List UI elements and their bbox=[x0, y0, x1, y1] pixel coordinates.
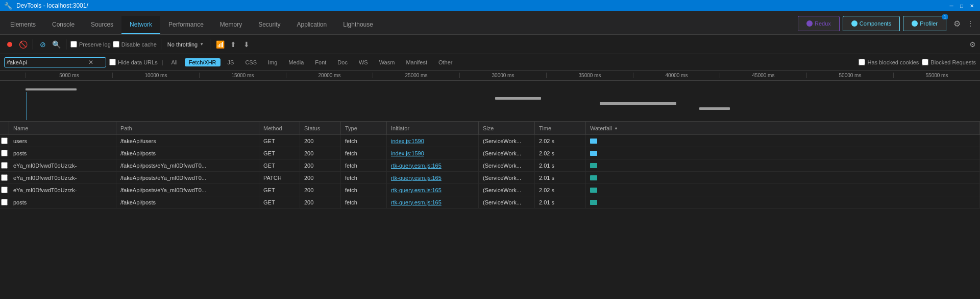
blocked-requests-checkbox[interactable]: Blocked Requests bbox=[922, 59, 976, 65]
filter-button[interactable]: ⊘ bbox=[37, 39, 48, 50]
cell-path-3: /fakeApi/posts/eYa_mI0DfvwdT0... bbox=[116, 159, 259, 171]
cell-path-4: /fakeApi/posts/eYa_mI0DfvwdT0... bbox=[116, 172, 259, 183]
row-checkbox-4[interactable] bbox=[0, 172, 9, 183]
header-status[interactable]: Status bbox=[300, 122, 341, 134]
tab-components[interactable]: Components bbox=[843, 16, 900, 31]
filter-tag-all[interactable]: All bbox=[167, 58, 182, 66]
filter-tag-media[interactable]: Media bbox=[284, 58, 308, 66]
row-checkbox-3[interactable] bbox=[0, 159, 9, 171]
minimize-button[interactable]: ─ bbox=[947, 2, 955, 10]
hide-data-urls-input[interactable] bbox=[109, 59, 116, 65]
filter-tag-ws[interactable]: WS bbox=[355, 58, 372, 66]
network-table-wrapper[interactable]: Name Path Method Status Type Initiator S… bbox=[0, 122, 980, 299]
table-row[interactable]: eYa_mI0DfvwdT0oUzrzk- /fakeApi/posts/eYa… bbox=[0, 184, 980, 196]
header-method[interactable]: Method bbox=[259, 122, 300, 134]
header-type[interactable]: Type bbox=[341, 122, 387, 134]
tab-components-label: Components bbox=[860, 20, 891, 27]
cell-initiator-2[interactable]: index.js:1590 bbox=[387, 147, 479, 159]
cell-path-6: /fakeApi/posts bbox=[116, 196, 259, 208]
waterfall-sort-icon: ▲ bbox=[614, 126, 618, 130]
timeline[interactable]: 5000 ms 10000 ms 15000 ms 20000 ms 25000… bbox=[0, 71, 980, 122]
header-size[interactable]: Size bbox=[479, 122, 535, 134]
disable-cache-checkbox[interactable]: Disable cache bbox=[113, 41, 157, 48]
preserve-log-checkbox[interactable]: Preserve log bbox=[70, 41, 111, 48]
filter-search-input[interactable] bbox=[7, 59, 88, 65]
toolbar-divider-4 bbox=[210, 39, 210, 50]
tab-console[interactable]: Console bbox=[44, 16, 83, 34]
cell-name-3: eYa_mI0DfvwdT0oUzrzk- bbox=[9, 159, 116, 171]
header-waterfall[interactable]: Waterfall ▲ bbox=[586, 122, 980, 134]
cell-name-1: users bbox=[9, 135, 116, 147]
cell-status-6: 200 bbox=[300, 196, 341, 208]
timeline-tick-7: 35000 ms bbox=[546, 73, 633, 78]
tab-profiler[interactable]: Profiler 1 bbox=[903, 16, 946, 31]
row-checkbox-5[interactable] bbox=[0, 184, 9, 196]
cell-initiator-3[interactable]: rtk-query.esm.js:165 bbox=[387, 159, 479, 171]
tab-network[interactable]: Network bbox=[121, 16, 160, 34]
kebab-menu-button[interactable]: ⋮ bbox=[965, 18, 976, 29]
export-button[interactable]: ⬇ bbox=[241, 39, 252, 50]
blocked-requests-input[interactable] bbox=[922, 59, 928, 65]
cell-type-3: fetch bbox=[341, 159, 387, 171]
table-row[interactable]: eYa_mI0DfvwdT0oUzrzk- /fakeApi/posts/eYa… bbox=[0, 159, 980, 172]
has-blocked-cookies-input[interactable] bbox=[859, 59, 865, 65]
record-button[interactable] bbox=[4, 39, 15, 50]
throttle-select[interactable]: No throttling ▼ bbox=[165, 40, 206, 49]
header-path[interactable]: Path bbox=[116, 122, 259, 134]
cell-path-1: /fakeApi/users bbox=[116, 135, 259, 147]
header-time[interactable]: Time bbox=[535, 122, 586, 134]
tab-security[interactable]: Security bbox=[250, 16, 288, 34]
tab-redux[interactable]: Redux bbox=[798, 16, 840, 31]
cell-type-5: fetch bbox=[341, 184, 387, 196]
tab-application[interactable]: Application bbox=[289, 16, 335, 34]
cell-initiator-5[interactable]: rtk-query.esm.js:165 bbox=[387, 184, 479, 196]
cell-size-1: (ServiceWork... bbox=[479, 135, 535, 147]
search-button[interactable]: 🔍 bbox=[51, 39, 62, 50]
cell-type-1: fetch bbox=[341, 135, 387, 147]
cell-name-6: posts bbox=[9, 196, 116, 208]
tab-sources[interactable]: Sources bbox=[83, 16, 121, 34]
tab-performance[interactable]: Performance bbox=[160, 16, 212, 34]
tab-sources-label: Sources bbox=[91, 21, 113, 28]
table-row[interactable]: eYa_mI0DfvwdT0oUzrzk- /fakeApi/posts/eYa… bbox=[0, 172, 980, 184]
search-clear-button[interactable]: ✕ bbox=[88, 59, 93, 66]
filter-tag-wasm[interactable]: Wasm bbox=[375, 58, 399, 66]
filter-tag-manifest[interactable]: Manifest bbox=[402, 58, 431, 66]
hide-data-urls-checkbox[interactable]: Hide data URLs bbox=[109, 59, 158, 65]
settings-button[interactable]: ⚙ bbox=[969, 40, 976, 49]
maximize-button[interactable]: □ bbox=[958, 2, 966, 10]
disable-cache-input[interactable] bbox=[113, 41, 119, 48]
filter-tag-font[interactable]: Font bbox=[311, 58, 330, 66]
cell-initiator-1[interactable]: index.js:1590 bbox=[387, 135, 479, 147]
row-checkbox-1[interactable] bbox=[0, 135, 9, 147]
row-checkbox-2[interactable] bbox=[0, 147, 9, 159]
header-name[interactable]: Name bbox=[9, 122, 116, 134]
close-button[interactable]: ✕ bbox=[968, 2, 976, 10]
cell-initiator-6[interactable]: rtk-query.esm.js:165 bbox=[387, 196, 479, 208]
row-checkbox-6[interactable] bbox=[0, 196, 9, 208]
throttle-arrow-icon: ▼ bbox=[200, 42, 204, 47]
more-tools-button[interactable]: ⚙ bbox=[951, 18, 963, 29]
toolbar-divider-2 bbox=[66, 39, 66, 50]
window-title: DevTools - localhost:3001/ bbox=[16, 2, 88, 9]
filter-tag-fetch-xhr[interactable]: Fetch/XHR bbox=[185, 58, 220, 66]
cell-initiator-4[interactable]: rtk-query.esm.js:165 bbox=[387, 172, 479, 183]
table-row[interactable]: posts /fakeApi/posts GET 200 fetch rtk-q… bbox=[0, 196, 980, 209]
tab-lighthouse[interactable]: Lighthouse bbox=[335, 16, 381, 34]
tab-memory[interactable]: Memory bbox=[212, 16, 250, 34]
filter-tag-js[interactable]: JS bbox=[224, 58, 238, 66]
filter-tag-img[interactable]: Img bbox=[264, 58, 281, 66]
has-blocked-cookies-checkbox[interactable]: Has blocked cookies bbox=[859, 59, 919, 65]
preserve-log-input[interactable] bbox=[70, 41, 77, 48]
tab-redux-label: Redux bbox=[815, 20, 831, 27]
table-row[interactable]: posts /fakeApi/posts GET 200 fetch index… bbox=[0, 147, 980, 159]
import-button[interactable]: ⬆ bbox=[228, 39, 239, 50]
clear-button[interactable]: 🚫 bbox=[17, 39, 29, 50]
filter-tag-doc[interactable]: Doc bbox=[333, 58, 352, 66]
table-row[interactable]: users /fakeApi/users GET 200 fetch index… bbox=[0, 135, 980, 147]
filter-tag-css[interactable]: CSS bbox=[241, 58, 261, 66]
header-initiator[interactable]: Initiator bbox=[387, 122, 479, 134]
filter-tag-other[interactable]: Other bbox=[434, 58, 457, 66]
tab-elements[interactable]: Elements bbox=[2, 16, 44, 34]
waterfall-bar-1 bbox=[590, 139, 597, 144]
